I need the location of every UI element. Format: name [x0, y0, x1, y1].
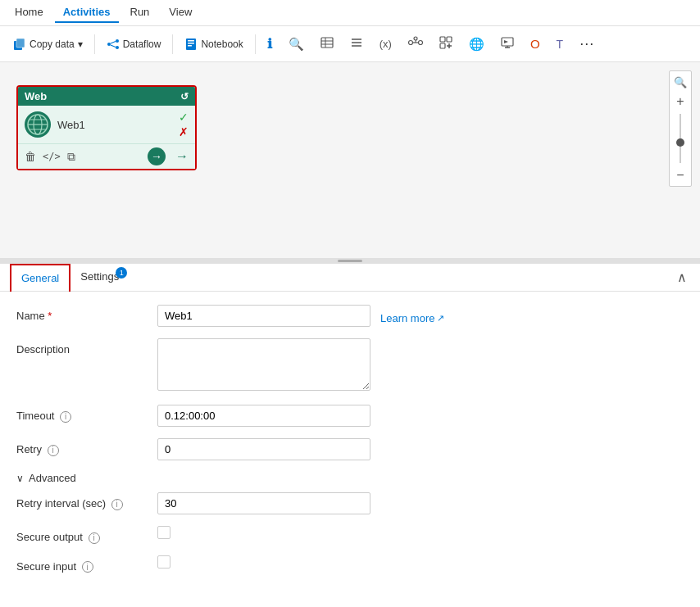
- copy-data-button[interactable]: Copy data ▾: [7, 34, 89, 54]
- activity-node[interactable]: Web ↺ Web1 ✓ ✗: [16, 85, 197, 170]
- svg-point-21: [414, 37, 417, 40]
- separator2: [172, 34, 173, 54]
- retry-control: [157, 438, 684, 460]
- teams-icon: T: [557, 38, 564, 51]
- chevron-down-icon: ∨: [16, 473, 24, 484]
- activity-node-header: Web ↺: [18, 87, 195, 106]
- monitor-icon: [501, 36, 514, 52]
- copy-data-icon: [13, 38, 26, 51]
- svg-point-18: [408, 41, 412, 45]
- svg-point-19: [418, 41, 422, 45]
- svg-rect-25: [440, 43, 445, 48]
- search-icon: 🔍: [289, 37, 304, 52]
- svg-rect-1: [16, 39, 25, 48]
- tab-general[interactable]: General: [10, 264, 70, 292]
- zoom-in-button[interactable]: +: [671, 93, 689, 111]
- more-button[interactable]: ···: [573, 32, 601, 56]
- delete-button[interactable]: 🗑: [25, 150, 36, 163]
- retry-label: Retry i: [16, 438, 148, 456]
- activity-type-icon: [25, 111, 51, 138]
- code-button[interactable]: </>: [43, 151, 61, 162]
- info-button[interactable]: ℹ: [261, 33, 279, 55]
- timeout-info-icon[interactable]: i: [60, 411, 71, 423]
- expression-button[interactable]: (x): [373, 34, 398, 53]
- collapse-button[interactable]: ∧: [674, 266, 690, 288]
- secure-input-checkbox[interactable]: [157, 555, 170, 568]
- menu-home[interactable]: Home: [7, 2, 52, 23]
- canvas-area[interactable]: Web ↺ Web1 ✓ ✗: [0, 62, 700, 258]
- list-button[interactable]: [343, 33, 370, 55]
- globe-button[interactable]: 🌐: [462, 34, 491, 55]
- run-button[interactable]: →: [148, 147, 166, 165]
- retry-interval-label: Retry interval (sec) i: [16, 492, 148, 510]
- retry-info-icon[interactable]: i: [48, 445, 59, 456]
- retry-interval-row: Retry interval (sec) i: [16, 492, 684, 514]
- trigger-button[interactable]: [433, 33, 459, 55]
- trigger-icon: [439, 36, 452, 52]
- svg-rect-9: [188, 43, 194, 44]
- advanced-toggle[interactable]: ∨ Advanced: [16, 472, 684, 484]
- teams-button[interactable]: T: [550, 34, 570, 54]
- secure-input-info-icon[interactable]: i: [82, 561, 93, 573]
- advanced-section: ∨ Advanced Retry interval (sec) i: [16, 472, 684, 573]
- table-icon: [320, 36, 334, 52]
- svg-point-4: [116, 46, 119, 49]
- refresh-icon: ↺: [180, 91, 189, 102]
- svg-line-6: [111, 45, 116, 48]
- globe-icon: 🌐: [469, 37, 484, 52]
- zoom-thumb: [676, 138, 684, 147]
- office-icon: O: [530, 37, 540, 51]
- table-button[interactable]: [314, 33, 340, 55]
- secure-input-label: Secure input i: [16, 555, 148, 573]
- learn-more-link[interactable]: Learn more ↗: [380, 307, 444, 324]
- name-row: Name * Learn more ↗: [16, 305, 684, 327]
- secure-output-label: Secure output i: [16, 526, 148, 544]
- toolbar: Copy data ▾ Dataflow Notebook ℹ 🔍 (x): [0, 26, 700, 62]
- secure-output-checkbox[interactable]: [157, 526, 170, 539]
- timeout-row: Timeout i: [16, 405, 684, 427]
- divider-handle: [338, 260, 362, 262]
- office-button[interactable]: O: [524, 34, 547, 54]
- svg-rect-23: [440, 37, 445, 42]
- svg-marker-31: [504, 40, 508, 43]
- tab-settings[interactable]: Settings 1: [70, 264, 129, 291]
- main-layout: Web ↺ Web1 ✓ ✗: [0, 62, 700, 607]
- secure-output-info-icon[interactable]: i: [89, 532, 100, 544]
- dataflow-button[interactable]: Dataflow: [100, 34, 168, 54]
- zoom-slider[interactable]: [680, 114, 681, 163]
- retry-interval-info-icon[interactable]: i: [111, 499, 123, 510]
- description-control: [157, 338, 684, 393]
- dropdown-icon: ▾: [78, 39, 83, 50]
- retry-row: Retry i: [16, 438, 684, 460]
- menu-activities[interactable]: Activities: [55, 2, 119, 23]
- activity-node-toolbar: 🗑 </> ⧉ → →: [18, 143, 195, 169]
- menu-bar: Home Activities Run View: [0, 0, 700, 26]
- zoom-out-button[interactable]: −: [671, 166, 689, 184]
- separator3: [255, 34, 256, 54]
- required-indicator: *: [48, 310, 52, 322]
- retry-input[interactable]: [157, 438, 370, 460]
- retry-interval-input[interactable]: [157, 492, 370, 514]
- svg-rect-10: [188, 45, 192, 47]
- notebook-button[interactable]: Notebook: [178, 34, 249, 54]
- menu-run[interactable]: Run: [122, 2, 158, 23]
- pipeline-button[interactable]: [402, 33, 430, 55]
- list-icon: [350, 36, 363, 52]
- svg-rect-8: [188, 40, 194, 42]
- menu-view[interactable]: View: [161, 2, 200, 23]
- name-input[interactable]: [157, 305, 370, 327]
- copy-button[interactable]: ⧉: [67, 150, 75, 164]
- monitor-button[interactable]: [494, 33, 520, 55]
- timeout-input[interactable]: [157, 405, 370, 427]
- svg-rect-24: [447, 37, 452, 42]
- info-icon: ℹ: [267, 36, 272, 52]
- zoom-search-icon[interactable]: 🔍: [671, 73, 689, 91]
- description-row: Description: [16, 338, 684, 393]
- secure-input-control: [157, 555, 684, 568]
- name-label: Name *: [16, 305, 148, 322]
- search-button[interactable]: 🔍: [282, 34, 311, 55]
- expression-icon: (x): [380, 38, 392, 50]
- more-icon: ···: [580, 35, 594, 52]
- description-input[interactable]: [157, 338, 370, 391]
- dataflow-icon: [107, 38, 120, 51]
